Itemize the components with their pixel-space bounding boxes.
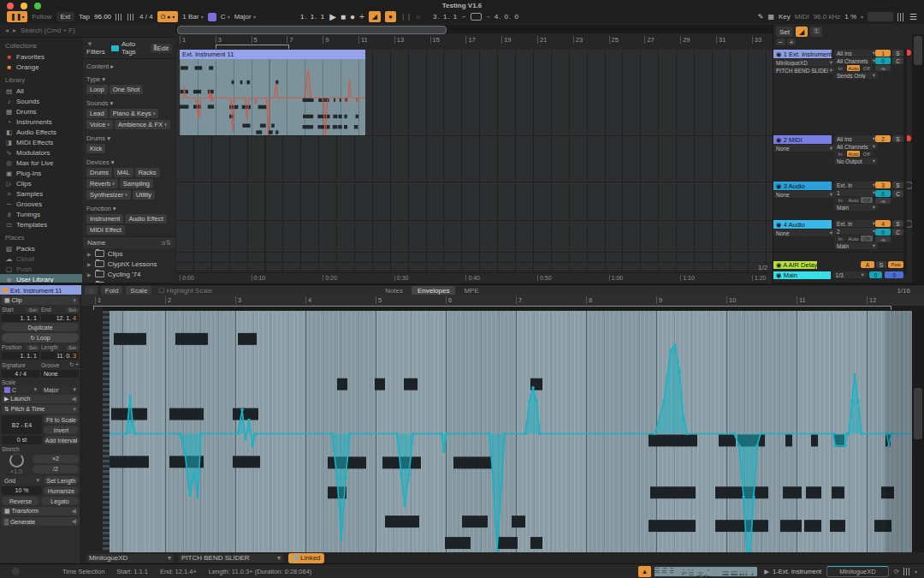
filter-chip[interactable]: Sampling — [120, 179, 153, 188]
solo-button[interactable]: S — [892, 135, 903, 142]
filter-chip[interactable]: Synthesizer › — [86, 190, 131, 200]
sidebar-item-all[interactable]: ▤All — [0, 86, 82, 96]
input-type-select[interactable]: Ext. In▾ — [834, 220, 878, 227]
sidebar-item-push[interactable]: ▢Push — [0, 264, 82, 274]
main-track-name[interactable]: ◉ Main — [773, 271, 831, 279]
filters-toggle[interactable]: ▼ Filters — [86, 40, 111, 56]
track-number-badge[interactable]: 3 — [875, 182, 891, 188]
set-start-button[interactable]: Set — [27, 307, 39, 313]
automation-device-select[interactable]: None▾ — [773, 229, 835, 236]
track-name[interactable]: ◉ 4 Audio — [773, 220, 832, 229]
cue-out-select[interactable]: 1/3▾ — [833, 271, 867, 278]
editor-loop-brace[interactable] — [93, 306, 891, 310]
output-type-select[interactable]: No Output▾ — [834, 158, 878, 164]
stop-button[interactable]: ■ — [341, 12, 346, 21]
launch-section-header[interactable]: ▶ Launch◀ — [2, 395, 79, 403]
main-track-header[interactable]: ◉ Main1/3▾00 — [773, 271, 903, 279]
piano-roll-keys[interactable] — [103, 311, 110, 552]
device-chain-pill[interactable]: MinilogueXD — [826, 566, 889, 577]
sidebar-item-clips[interactable]: ▷Clips — [0, 178, 82, 188]
input-type-select[interactable]: All Ins▾ — [834, 50, 878, 57]
solo-button[interactable]: S — [892, 182, 903, 188]
arrangement-clip-title[interactable]: Ext. Instrument 11 — [180, 50, 365, 59]
play-button[interactable]: ▶ — [329, 12, 336, 21]
input-channel-select[interactable]: 2▾ — [834, 228, 878, 235]
track-name[interactable]: ◉ 3 Audio — [773, 182, 832, 190]
scale-button[interactable]: Scale — [126, 286, 151, 295]
set-length-button2[interactable]: Set Length — [44, 476, 79, 485]
gain-field[interactable]: -∞ — [875, 236, 891, 242]
arrangement-position-display[interactable]: 1. 1. 1 — [300, 13, 325, 21]
pitch-range-display[interactable]: B2 - E4 — [2, 415, 42, 434]
stretch-half-button[interactable]: /2 — [33, 465, 79, 474]
highlight-scale-checkbox[interactable]: ☐ Highlight Scale — [158, 287, 212, 295]
output-type-select[interactable]: Main▾ — [834, 204, 878, 211]
link-toggle[interactable]: ❚❚ ▾ — [7, 11, 27, 22]
fit-to-scale-button[interactable]: Fit to Scale — [44, 415, 79, 424]
filter-group-label[interactable]: Function ▾ — [86, 205, 172, 212]
quantize-menu[interactable]: 1 Bar ▾ — [182, 13, 203, 21]
grid-value-label[interactable]: 1/16 — [897, 287, 910, 295]
arrangement-clip-body[interactable] — [180, 59, 365, 135]
session-record-button[interactable]: ● — [385, 11, 396, 22]
track-header[interactable]: ◉ 2 MIDINone▾All Ins▾All Channels▾InAuto… — [773, 135, 903, 182]
sidebar-item-favorites[interactable]: ■Favorites — [0, 51, 82, 62]
overview-scroll-thumb[interactable] — [177, 26, 447, 34]
pan-field[interactable]: C — [892, 57, 903, 64]
clip-mini-overview[interactable] — [654, 567, 757, 576]
lock-envelopes-icon[interactable]: ⚿ — [810, 27, 822, 37]
pitch-shift-field[interactable]: 0 st — [2, 436, 42, 444]
gain-field[interactable]: -∞ — [875, 65, 891, 71]
track-name[interactable]: ◉ 2 MIDI — [773, 135, 832, 144]
editor-scrollbar[interactable] — [912, 311, 924, 552]
filter-chip[interactable]: Voice › — [86, 120, 113, 129]
scale-root-menu[interactable]: C ▾ — [221, 13, 230, 21]
automation-device-select[interactable]: MinilogueXD▾ — [773, 59, 835, 66]
filter-chip[interactable]: Instrument — [86, 214, 123, 223]
volume-field[interactable]: 0 — [875, 229, 891, 235]
linked-toggle[interactable]: 🔗 Linked — [288, 553, 324, 563]
filter-chip[interactable]: Ambience & FX › — [115, 120, 170, 129]
return-track-name[interactable]: ◉ A AIR Delay Pro — [773, 261, 817, 269]
monitor-toggle[interactable]: InAutoOff — [834, 235, 873, 241]
reverse-button[interactable]: Reverse — [2, 497, 39, 505]
arrangement-overview[interactable] — [175, 25, 783, 33]
sidebar-item-templates[interactable]: ▭Templates — [0, 219, 82, 229]
browser-folder-row[interactable]: ▶Cycling '74 — [83, 269, 175, 279]
main-volume-field[interactable]: 0 — [869, 271, 883, 278]
key-map-button[interactable]: Key — [779, 13, 791, 21]
punch-out-icon[interactable]: ¬ — [486, 13, 490, 21]
sidebar-item-drums[interactable]: ▦Drums — [0, 106, 82, 116]
pan-field[interactable]: C — [892, 229, 903, 235]
input-channel-select[interactable]: 1▾ — [834, 189, 878, 196]
duplicate-button[interactable]: Duplicate — [2, 323, 79, 331]
clip-section-header[interactable]: ▦ Clip▾ — [2, 296, 79, 305]
filter-chip[interactable]: Utility — [133, 190, 155, 200]
input-type-select[interactable]: All Ins▾ — [834, 135, 878, 142]
automation-mode-toggle[interactable]: ◢ — [796, 27, 808, 37]
clip-start-field[interactable]: 1. 1. 1 — [2, 314, 39, 322]
filter-group-label[interactable]: Devices ▾ — [86, 158, 172, 166]
legato-button[interactable]: Legato — [41, 497, 79, 505]
re-enable-automation-button[interactable]: ❘❘ — [400, 13, 412, 21]
filter-chip[interactable]: Audio Effect — [125, 214, 166, 223]
loop-toggle-icon[interactable] — [471, 13, 482, 21]
set-position-button[interactable]: Set — [27, 345, 39, 350]
loop-position-field[interactable]: 1. 1. 1 — [2, 352, 39, 360]
input-type-select[interactable]: Ext. In▾ — [834, 182, 878, 188]
record-button[interactable]: ● — [350, 12, 355, 21]
filter-group-label[interactable]: Drums ▾ — [86, 134, 172, 142]
monitor-toggle[interactable]: InAutoOff — [834, 151, 873, 157]
track-header[interactable]: ◉ 1 Ext. InstrumentMinilogueXD▾PITCH BEN… — [773, 50, 903, 136]
pitch-time-section-header[interactable]: ⇅ Pitch & Time▾ — [2, 405, 79, 414]
sidebar-item-grooves[interactable]: ∽Grooves — [0, 199, 82, 209]
clip-scale-root-select[interactable]: C▾ — [2, 386, 39, 393]
edit-tags-button[interactable]: ⫼ Edit — [151, 44, 172, 53]
sidebar-item-max-for-live[interactable]: ◎Max for Live — [0, 158, 82, 168]
capture-midi-button[interactable]: ○ — [416, 13, 420, 21]
cpu-meter[interactable]: 1 % — [844, 13, 856, 21]
tap-tempo-button[interactable]: Tap — [79, 13, 90, 21]
sidebar-item-tunings[interactable]: ♯Tunings — [0, 209, 82, 219]
follow-button[interactable]: Follow — [32, 13, 51, 21]
scale-icon[interactable] — [208, 13, 216, 21]
